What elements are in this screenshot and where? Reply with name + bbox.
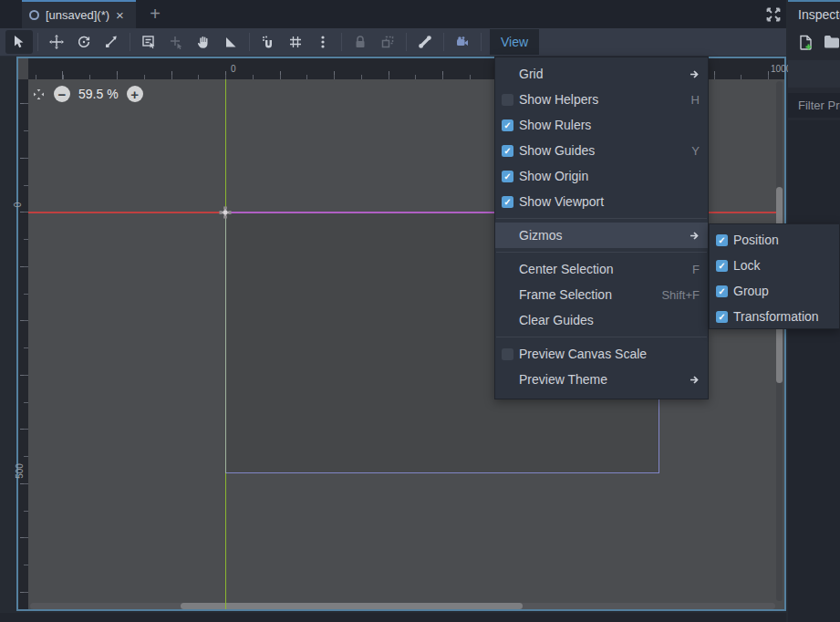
menu-item-preview-theme[interactable]: Preview Theme <box>495 367 708 392</box>
checkbox-icon: ✓ <box>502 348 513 360</box>
toolbar-separator <box>249 33 250 51</box>
menu-separator <box>495 333 708 341</box>
checkbox-icon: ✓ <box>502 94 513 106</box>
y-axis-viewport-overlap <box>225 213 227 473</box>
menu-item-show-origin[interactable]: ✓ Show Origin <box>495 163 708 189</box>
submenu-arrow-icon <box>689 231 700 241</box>
menu-item-center-selection[interactable]: Center Selection F <box>495 256 708 282</box>
zoom-controls: − 59.5 % + <box>32 84 143 104</box>
menu-item-clear-guides[interactable]: Clear Guides <box>495 307 708 333</box>
ruler-label-0: 0 <box>231 64 236 74</box>
menu-separator <box>495 248 708 256</box>
menu-item-show-viewport[interactable]: ✓ Show Viewport <box>495 189 708 214</box>
menu-item-gizmos[interactable]: Gizmos <box>495 223 708 248</box>
close-icon[interactable]: × <box>116 8 124 22</box>
camera-override-icon[interactable] <box>449 30 476 54</box>
scene-icon <box>29 10 39 20</box>
checkbox-icon: ✓ <box>716 260 728 272</box>
vertical-ruler[interactable]: 0 500 <box>18 79 28 609</box>
snap-options-icon[interactable] <box>309 30 337 54</box>
submenu-arrow-icon <box>689 69 700 79</box>
origin-anchor-gizmo <box>218 205 233 223</box>
smart-snap-icon[interactable] <box>254 30 282 54</box>
view-menu-button[interactable]: View <box>490 29 539 55</box>
view-menu-popup: Grid ✓ Show Helpers H ✓ Show Rulers ✓ Sh… <box>494 57 709 399</box>
zoom-percentage[interactable]: 59.5 % <box>78 87 119 101</box>
menu-item-show-guides[interactable]: ✓ Show Guides Y <box>495 138 708 163</box>
menu-item-frame-selection[interactable]: Frame Selection Shift+F <box>495 282 708 307</box>
grid-snap-icon[interactable] <box>282 30 309 54</box>
submenu-item-group[interactable]: ✓ Group <box>710 278 839 304</box>
gizmos-submenu-popup: ✓ Position ✓ Lock ✓ Group ✓ Transformati… <box>709 223 840 329</box>
scene-tab-label: [unsaved](*) <box>46 8 109 22</box>
toolbar-separator <box>443 33 444 51</box>
menu-item-show-rulers[interactable]: ✓ Show Rulers <box>495 112 708 138</box>
bottom-panel-edge <box>0 613 786 622</box>
menu-separator <box>495 214 708 223</box>
list-select-tool-button[interactable] <box>135 30 162 54</box>
ruler-tool-button[interactable] <box>217 30 244 54</box>
new-scene-tab-button[interactable]: + <box>144 3 166 25</box>
ruler-label-500: 500 <box>15 463 25 479</box>
filter-placeholder-text: Filter Properties <box>798 98 840 112</box>
load-resource-folder-icon[interactable] <box>824 35 840 55</box>
submenu-item-lock[interactable]: ✓ Lock <box>710 253 839 278</box>
bone-icon[interactable] <box>411 30 439 54</box>
checkbox-icon: ✓ <box>502 196 513 208</box>
checkbox-icon: ✓ <box>716 311 728 323</box>
zoom-in-button[interactable]: + <box>127 86 143 102</box>
rotate-tool-button[interactable] <box>70 30 98 54</box>
scale-tool-button[interactable] <box>98 30 125 54</box>
filter-properties-input[interactable]: Filter Properties <box>788 93 840 118</box>
group-icon[interactable] <box>374 30 401 54</box>
checkbox-icon: ✓ <box>716 234 728 246</box>
menu-item-grid[interactable]: Grid <box>495 61 708 87</box>
checkbox-icon: ✓ <box>502 171 513 182</box>
menu-item-show-helpers[interactable]: ✓ Show Helpers H <box>495 87 708 112</box>
checkbox-icon: ✓ <box>716 285 728 297</box>
checkbox-icon: ✓ <box>502 119 513 131</box>
submenu-item-position[interactable]: ✓ Position <box>710 227 839 253</box>
select-tool-button[interactable] <box>5 30 33 54</box>
toolbar-separator <box>341 33 342 51</box>
inspector-body <box>788 120 840 622</box>
new-resource-icon[interactable] <box>798 35 814 55</box>
move-pivot-tool-button[interactable] <box>162 30 190 54</box>
pan-tool-button[interactable] <box>190 30 217 54</box>
toolbar-separator <box>481 33 482 51</box>
menu-item-preview-canvas-scale[interactable]: ✓ Preview Canvas Scale <box>495 341 708 367</box>
toolbar-separator <box>130 33 130 51</box>
lock-icon[interactable] <box>347 30 374 54</box>
ruler-corner <box>18 58 28 79</box>
scene-tab-unsaved[interactable]: [unsaved](*) × <box>22 0 136 28</box>
submenu-arrow-icon <box>689 375 700 385</box>
horizontal-scrollbar-thumb[interactable] <box>181 603 523 609</box>
center-view-icon[interactable] <box>32 88 46 101</box>
submenu-item-transformation[interactable]: ✓ Transformation <box>710 304 839 329</box>
move-tool-button[interactable] <box>43 30 70 54</box>
fullscreen-icon[interactable] <box>763 5 783 25</box>
godot-editor-window: [unsaved](*) × + <box>0 0 840 622</box>
canvas-toolbar: View <box>0 28 786 57</box>
inspector-title: Inspector <box>798 7 840 22</box>
scene-tab-bar: [unsaved](*) × + <box>0 0 786 28</box>
checkbox-icon: ✓ <box>502 145 513 157</box>
ruler-label-0: 0 <box>13 202 23 208</box>
inspector-node-bar <box>788 60 840 88</box>
zoom-out-button[interactable]: − <box>54 86 70 102</box>
toolbar-separator <box>406 33 407 51</box>
toolbar-separator <box>37 33 38 51</box>
